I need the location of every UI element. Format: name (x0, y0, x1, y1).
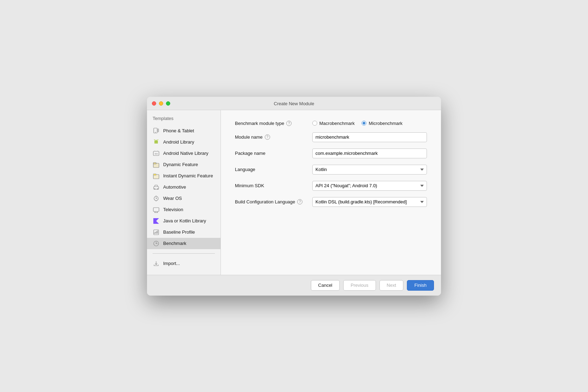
svg-text:⚡: ⚡ (154, 173, 156, 175)
cancel-button[interactable]: Cancel (311, 280, 340, 291)
svg-rect-11 (157, 151, 158, 151)
window-controls (152, 101, 170, 106)
svg-point-20 (157, 188, 158, 189)
benchmark-module-type-value: Macrobenchmark Microbenchmark (312, 121, 427, 126)
svg-rect-10 (154, 151, 155, 151)
benchmark-type-radio-group: Macrobenchmark Microbenchmark (312, 121, 403, 126)
baseline-profile-icon (153, 229, 160, 236)
sidebar-item-label: Android Library (163, 139, 194, 145)
benchmark-icon (153, 240, 160, 247)
package-name-label: Package name (235, 151, 312, 156)
sidebar-item-android-library[interactable]: Android Library (147, 137, 220, 148)
sidebar-item-java-kotlin-library[interactable]: Java or Kotlin Library (147, 215, 220, 227)
content-area: Templates Phone & Tablet (147, 110, 441, 275)
svg-rect-1 (158, 129, 159, 132)
svg-rect-14 (153, 163, 156, 164)
build-config-row: Build Configuration Language ? Kotlin DS… (235, 197, 427, 207)
sidebar-item-television[interactable]: Television (147, 204, 220, 215)
sidebar-item-label: Baseline Profile (163, 229, 195, 235)
minimum-sdk-label: Minimum SDK (235, 183, 312, 188)
sidebar-item-label: Dynamic Feature (163, 162, 198, 167)
build-config-select[interactable]: Kotlin DSL (build.gradle.kts) [Recommend… (312, 197, 427, 207)
dialog: Create New Module Templates Phone & Tabl… (147, 97, 441, 296)
svg-rect-23 (155, 201, 157, 201)
maximize-button[interactable] (166, 101, 170, 106)
close-button[interactable] (152, 101, 156, 106)
next-button[interactable]: Next (379, 280, 404, 291)
build-config-value: Kotlin DSL (build.gradle.kts) [Recommend… (312, 197, 427, 207)
microbenchmark-radio[interactable] (362, 121, 366, 126)
sidebar-item-label: Benchmark (163, 241, 186, 246)
microbenchmark-option[interactable]: Microbenchmark (362, 121, 402, 126)
build-config-label: Build Configuration Language ? (235, 199, 312, 204)
language-row: Language Kotlin Java (235, 165, 427, 175)
android-library-icon (153, 139, 160, 146)
svg-rect-22 (155, 196, 157, 196)
package-name-input[interactable] (312, 148, 427, 158)
sidebar-item-phone-tablet[interactable]: Phone & Tablet (147, 125, 220, 137)
benchmark-module-type-row: Benchmark module type ? Macrobenchmark M… (235, 121, 427, 126)
svg-marker-31 (153, 218, 159, 224)
sidebar-item-automotive[interactable]: Automotive (147, 182, 220, 193)
macrobenchmark-radio[interactable] (312, 121, 317, 126)
benchmark-module-type-label: Benchmark module type ? (235, 121, 312, 126)
language-select[interactable]: Kotlin Java (312, 165, 427, 175)
svg-point-2 (155, 132, 156, 133)
phone-tablet-icon (153, 127, 160, 134)
svg-point-38 (156, 243, 156, 244)
minimum-sdk-row: Minimum SDK API 24 ("Nougat"; Android 7.… (235, 181, 427, 191)
sidebar-header: Templates (147, 116, 220, 125)
svg-rect-32 (154, 230, 159, 235)
svg-point-19 (154, 188, 155, 189)
main-panel: Benchmark module type ? Macrobenchmark M… (221, 110, 441, 275)
svg-line-6 (154, 139, 155, 140)
svg-point-5 (157, 140, 158, 141)
sidebar-item-label: Java or Kotlin Library (163, 218, 206, 223)
sidebar-item-dynamic-feature[interactable]: Dynamic Feature (147, 159, 220, 170)
finish-button[interactable]: Finish (407, 280, 434, 291)
dynamic-feature-icon (153, 161, 160, 168)
svg-point-4 (155, 140, 156, 141)
wear-os-icon (153, 195, 160, 202)
package-name-row: Package name (235, 148, 427, 158)
sidebar-divider (153, 253, 215, 254)
sidebar-item-import[interactable]: Import... (147, 258, 220, 269)
svg-line-7 (158, 139, 158, 140)
sidebar-item-label: Wear OS (163, 196, 182, 201)
package-name-value (312, 148, 427, 158)
import-icon (153, 260, 160, 267)
benchmark-module-type-help-icon[interactable]: ? (286, 121, 292, 126)
kotlin-library-icon (153, 217, 160, 225)
title-bar: Create New Module (147, 97, 441, 110)
sidebar-item-label: Import... (163, 261, 180, 266)
instant-dynamic-feature-icon: ⚡ (153, 172, 160, 179)
svg-text:NDK: NDK (155, 153, 158, 155)
module-name-value (312, 132, 427, 142)
television-icon (153, 206, 160, 213)
macrobenchmark-option[interactable]: Macrobenchmark (312, 121, 354, 126)
sidebar-item-android-native-library[interactable]: NDK Android Native Library (147, 148, 220, 159)
build-config-help-icon[interactable]: ? (297, 199, 302, 204)
module-name-input[interactable] (312, 132, 427, 142)
sidebar-item-benchmark[interactable]: Benchmark (147, 238, 220, 249)
previous-button[interactable]: Previous (343, 280, 376, 291)
minimize-button[interactable] (159, 101, 163, 106)
svg-rect-27 (153, 208, 159, 211)
sidebar-item-label: Phone & Tablet (163, 128, 194, 133)
minimum-sdk-value: API 24 ("Nougat"; Android 7.0) API 21 (A… (312, 181, 427, 191)
minimum-sdk-select[interactable]: API 24 ("Nougat"; Android 7.0) API 21 (A… (312, 181, 427, 191)
sidebar-item-label: Android Native Library (163, 151, 209, 156)
sidebar-item-label: Automotive (163, 184, 186, 190)
language-label: Language (235, 167, 312, 172)
footer: Cancel Previous Next Finish (147, 275, 441, 296)
android-native-library-icon: NDK (153, 150, 160, 157)
sidebar-item-baseline-profile[interactable]: Baseline Profile (147, 227, 220, 238)
dialog-title: Create New Module (274, 101, 314, 106)
automotive-icon (153, 184, 160, 191)
sidebar-item-label: Television (163, 207, 183, 212)
svg-rect-18 (154, 186, 159, 189)
sidebar-item-instant-dynamic-feature[interactable]: ⚡ Instant Dynamic Feature (147, 170, 220, 182)
sidebar: Templates Phone & Tablet (147, 110, 221, 275)
module-name-help-icon[interactable]: ? (265, 134, 270, 140)
sidebar-item-wear-os[interactable]: Wear OS (147, 193, 220, 204)
